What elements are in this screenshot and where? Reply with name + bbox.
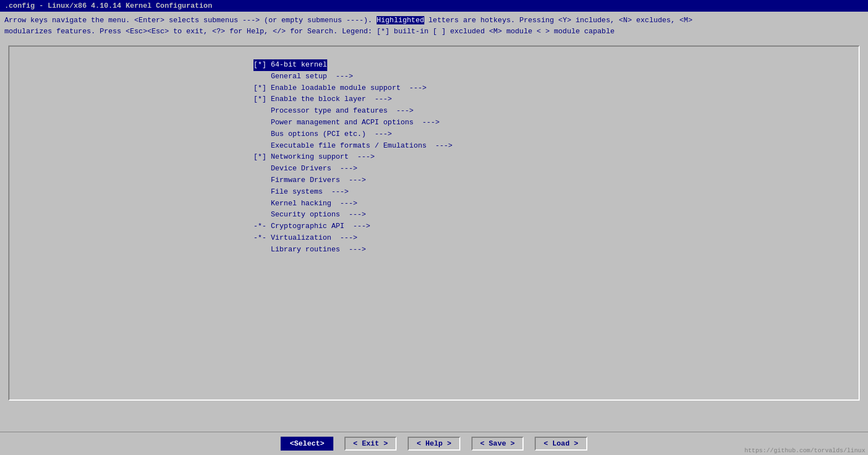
save-button[interactable]: < Save > <box>471 437 524 451</box>
main-area: [*] 64-bit kernel General setup --->[*] … <box>8 46 860 401</box>
help-line1-before: Arrow keys navigate the menu. <Enter> se… <box>4 16 377 24</box>
menu-item-security-options[interactable]: Security options ---> <box>253 209 366 221</box>
help-line1-after: letters are hotkeys. Pressing <Y> includ… <box>424 16 693 24</box>
menu-item-loadable-module[interactable]: [*] Enable loadable module support ---> <box>253 83 427 94</box>
menu-item-virtualization[interactable]: -*- Virtualization ---> <box>253 232 357 244</box>
title-text: .config - Linux/x86 4.10.14 Kernel Confi… <box>4 2 212 10</box>
status-bar: https://github.com/torvalds/linux <box>742 446 868 455</box>
menu-item-crypto-api[interactable]: -*- Cryptographic API ---> <box>253 221 370 232</box>
load-button[interactable]: < Load > <box>535 437 587 451</box>
menu-item-kernel-hacking[interactable]: Kernel hacking ---> <box>253 198 357 210</box>
highlighted-word: Highlighted <box>377 16 424 24</box>
help-text: Arrow keys navigate the menu. <Enter> se… <box>0 12 868 40</box>
select-button[interactable]: <Select> <box>281 437 333 451</box>
help-button[interactable]: < Help > <box>408 437 460 451</box>
center-title <box>9 55 859 59</box>
menu-item-executable-formats[interactable]: Executable file formats / Emulations ---… <box>253 140 453 152</box>
status-text: https://github.com/torvalds/linux <box>744 447 865 454</box>
title-bar: .config - Linux/x86 4.10.14 Kernel Confi… <box>0 0 868 12</box>
exit-button[interactable]: < Exit > <box>344 437 397 451</box>
menu-item-general-setup[interactable]: General setup ---> <box>253 71 353 83</box>
menu-list: [*] 64-bit kernel General setup --->[*] … <box>9 59 859 256</box>
menu-item-power-mgmt[interactable]: Power management and ACPI options ---> <box>253 117 439 129</box>
help-line-1: Arrow keys navigate the menu. <Enter> se… <box>4 15 864 26</box>
menu-item-firmware-drivers[interactable]: Firmware Drivers ---> <box>253 175 366 186</box>
help-line-2: modularizes features. Press <Esc><Esc> t… <box>4 26 864 37</box>
menu-item-64bit-kernel[interactable]: [*] 64-bit kernel <box>253 59 327 71</box>
menu-item-library-routines[interactable]: Library routines ---> <box>253 244 366 256</box>
menu-item-block-layer[interactable]: [*] Enable the block layer ---> <box>253 94 392 105</box>
bottom-bar: <Select>< Exit >< Help >< Save >< Load > <box>0 432 868 455</box>
menu-item-networking[interactable]: [*] Networking support ---> <box>253 151 374 163</box>
menu-item-bus-options[interactable]: Bus options (PCI etc.) ---> <box>253 129 392 140</box>
menu-item-file-systems[interactable]: File systems ---> <box>253 186 349 198</box>
menu-item-device-drivers[interactable]: Device Drivers ---> <box>253 163 357 175</box>
menu-item-processor-type[interactable]: Processor type and features ---> <box>253 105 414 117</box>
